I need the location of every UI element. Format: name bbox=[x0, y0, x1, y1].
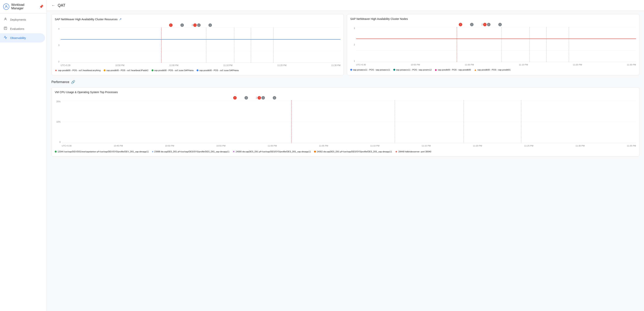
cpu-event-badge-gray-1: i bbox=[244, 96, 248, 100]
ha-resources-card: SAP NetWeaver High Availability Cluster … bbox=[52, 14, 344, 75]
legend-item-2: sap-posdb00 - POS - ocf::heartbeat:IPadd… bbox=[104, 69, 148, 72]
ha-nodes-title: SAP NetWeaver High Availability Cluster … bbox=[350, 17, 636, 20]
legend-dot-2 bbox=[104, 69, 106, 71]
nodes-event-badge-gray-1: i bbox=[470, 23, 474, 26]
ha-nodes-svg bbox=[356, 27, 636, 62]
y-label-2: 2 bbox=[55, 60, 60, 63]
back-button[interactable]: ← bbox=[52, 3, 55, 8]
nodes-event-badge-gray-2: i bbox=[487, 23, 490, 26]
cpu-legend-item-1: 12544 /usr/sap/DEV/D01/exe/sapstartsrv p… bbox=[55, 150, 149, 153]
nodes-event-badge-red-1: ! bbox=[459, 23, 462, 26]
event-badge-red-2: ! bbox=[193, 24, 197, 27]
cpu-legend-dot-4 bbox=[314, 151, 316, 152]
svg-point-0 bbox=[6, 5, 7, 7]
event-badge-gray-1: i bbox=[180, 24, 184, 27]
pin-icon[interactable]: 📌 bbox=[39, 4, 44, 9]
app-title: Workload Manager bbox=[11, 3, 37, 10]
nodes-y-label-3: 3 bbox=[350, 27, 355, 30]
legend-item-1: ★ sap-posdb00 - POS - ocf::heartbeat:any… bbox=[55, 69, 100, 72]
page-title: QAT bbox=[58, 3, 66, 8]
cpu-x-axis: UTC+5:30 10:45 PM 10:50 PM 10:55 PM 11:0… bbox=[55, 144, 636, 148]
ha-resources-x-axis: UTC+5:30 10:50 PM 11:00 PM 11:10 PM 11:2… bbox=[55, 63, 340, 67]
observability-label: Observability bbox=[10, 36, 26, 40]
evaluations-label: Evaluations bbox=[10, 27, 24, 30]
performance-section-title: Performance 🔗 bbox=[52, 80, 639, 84]
nodes-y-label-2: 2 bbox=[350, 44, 355, 46]
external-link-icon[interactable]: ↗ bbox=[119, 17, 122, 21]
ha-nodes-card: SAP NetWeaver High Availability Cluster … bbox=[347, 14, 639, 75]
event-badge-gray-3: i bbox=[208, 24, 212, 27]
legend-dot-4 bbox=[196, 69, 198, 71]
y-label-3: 3 bbox=[55, 44, 60, 46]
event-count-2: 2 bbox=[192, 24, 193, 26]
ha-nodes-x-axis: UTC+5:30 10:50 PM 11:00 PM 11:10 PM 11:2… bbox=[350, 63, 636, 67]
cpu-chart-title: VM CPU Usage & Operating System Top Proc… bbox=[55, 90, 636, 94]
nodes-event-badge-gray-3: i bbox=[498, 23, 502, 26]
ha-resources-title: SAP NetWeaver High Availability Cluster … bbox=[55, 17, 340, 21]
deployments-label: Deployments bbox=[10, 18, 26, 21]
legend-item-3: sap-posdb00 - POS - ocf::suse:SAPHana bbox=[152, 69, 194, 72]
y-label-4: 4 bbox=[55, 28, 60, 30]
nodes-y-label-1: 1 bbox=[350, 60, 355, 62]
sidebar-item-deployments[interactable]: Deployments bbox=[0, 15, 45, 24]
nodes-event-count-2: 2 bbox=[481, 23, 483, 26]
cpu-event-badge-gray-2: i bbox=[262, 96, 265, 100]
cpu-y-10: 10% bbox=[55, 120, 60, 123]
top-bar: ← QAT bbox=[47, 0, 644, 11]
nodes-legend-triangle-4: ▲ bbox=[474, 68, 477, 71]
cpu-y-0: 0 bbox=[55, 141, 60, 143]
sidebar-item-observability[interactable]: Observability bbox=[0, 33, 45, 42]
nodes-legend-dot-2 bbox=[393, 69, 395, 71]
cpu-legend-dot-1 bbox=[55, 151, 57, 152]
deployments-icon bbox=[3, 17, 8, 22]
cpu-legend-item-5: ★ 28449 hdbindexserver -port 30040 bbox=[395, 150, 431, 153]
cpu-event-badge-red-2: ! bbox=[258, 96, 261, 100]
nodes-event-badge-red-2: ! bbox=[483, 23, 486, 26]
observability-icon bbox=[3, 36, 8, 40]
ha-resources-legend: ★ sap-posdb00 - POS - ocf::heartbeat:any… bbox=[55, 69, 340, 72]
nodes-legend-item-4: ▲ sap-posdb00 - POS - sap-posdb01 bbox=[474, 68, 510, 71]
content-area: SAP NetWeaver High Availability Cluster … bbox=[47, 11, 644, 311]
sidebar-nav: Deployments Evaluations Observability bbox=[0, 14, 46, 44]
cpu-legend-item-2: + 23988 dw.sapDES_D01 pf=/usr/sap/DES/SY… bbox=[152, 150, 230, 153]
cpu-legend-item-4: 24002 dw.sapDES_D01 pf=/usr/sap/DES/SYS/… bbox=[314, 150, 392, 153]
nodes-legend-diamond-3: ◆ bbox=[435, 68, 437, 71]
cpu-legend-plus-2: + bbox=[152, 150, 154, 153]
cpu-event-badge-red-1: ! bbox=[233, 96, 237, 100]
legend-item-4: sap-posdb00 - POS - ocf::suse:SAPHana bbox=[196, 69, 239, 72]
event-badge-gray-2: i bbox=[197, 24, 201, 27]
nodes-legend-item-3: ◆ sap-posdb00 - POS - sap-posdb00 bbox=[435, 68, 471, 71]
performance-link-icon[interactable]: 🔗 bbox=[71, 80, 75, 84]
sidebar-item-evaluations[interactable]: Evaluations bbox=[0, 24, 45, 33]
nodes-legend-item-2: sap-posascs11 - POS - sap-posers12 bbox=[393, 68, 432, 71]
nodes-legend-dot-1 bbox=[350, 69, 352, 71]
ha-resources-svg bbox=[60, 28, 340, 63]
cpu-chart-svg bbox=[62, 100, 636, 143]
cpu-legend: 12544 /usr/sap/DEV/D01/exe/sapstartsrv p… bbox=[55, 150, 636, 153]
cpu-legend-cross-3: ✕ bbox=[232, 150, 235, 153]
cpu-event-badge-gray-3: i bbox=[273, 96, 276, 100]
ha-nodes-legend: sap-posascs11 - POS - sap-posascs11 sap-… bbox=[350, 68, 636, 71]
cpu-event-count-2: 2 bbox=[256, 96, 257, 99]
nodes-legend-item-1: sap-posascs11 - POS - sap-posascs11 bbox=[350, 68, 390, 71]
app-logo bbox=[3, 4, 9, 10]
legend-star-1: ★ bbox=[55, 69, 57, 72]
event-badge-red-1: ! bbox=[169, 24, 172, 27]
cpu-y-20: 20% bbox=[55, 100, 60, 103]
cpu-chart-card: VM CPU Usage & Operating System Top Proc… bbox=[52, 87, 639, 156]
cpu-legend-item-3: ✕ 24000 dw.sapDES_D01 pf=/usr/sap/DES/SY… bbox=[232, 150, 311, 153]
cpu-legend-star-5: ★ bbox=[395, 150, 398, 153]
ha-charts-row: SAP NetWeaver High Availability Cluster … bbox=[52, 14, 639, 75]
evaluations-icon bbox=[3, 26, 8, 31]
legend-dot-3 bbox=[152, 69, 154, 71]
performance-section: Performance 🔗 VM CPU Usage & Operating S… bbox=[52, 80, 639, 156]
svg-point-1 bbox=[5, 18, 6, 19]
sidebar: Workload Manager 📌 Deployments Evaluatio… bbox=[0, 0, 47, 311]
sidebar-header: Workload Manager 📌 bbox=[0, 0, 46, 14]
main-area: ← QAT SAP NetWeaver High Availability Cl… bbox=[47, 0, 644, 311]
